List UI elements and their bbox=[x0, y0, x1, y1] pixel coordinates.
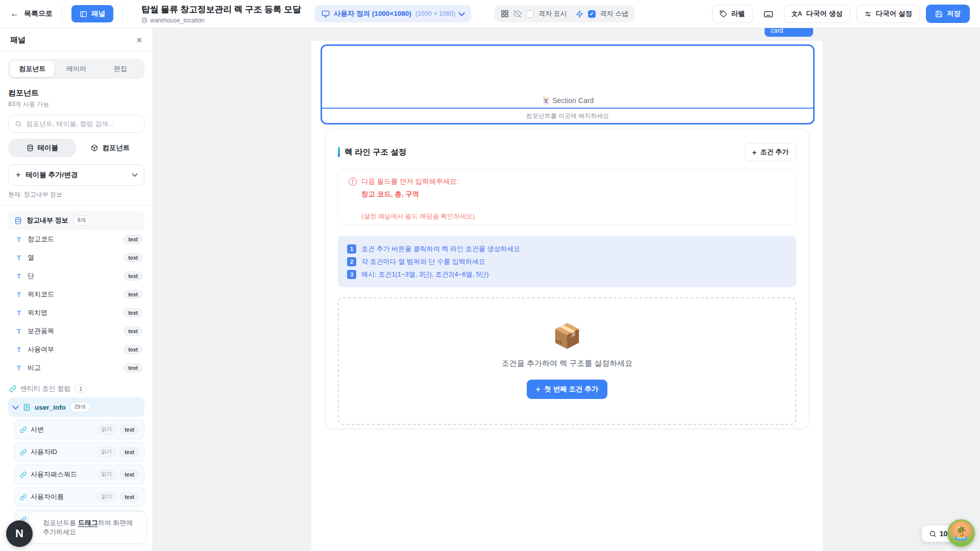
step-text: 각 조건마다 열 범위와 단 수를 입력하세요 bbox=[361, 257, 485, 266]
close-icon[interactable]: ✕ bbox=[136, 36, 142, 45]
field-label: 위치코드 bbox=[28, 290, 118, 299]
field-type-badge: text bbox=[124, 253, 142, 262]
app-logo[interactable]: N bbox=[6, 520, 33, 547]
label-button-text: 라벨 bbox=[731, 9, 745, 18]
field-type-badge: text bbox=[124, 290, 142, 299]
panel-toggle-button[interactable]: 패널 bbox=[71, 5, 113, 22]
list-item[interactable]: T 단 text bbox=[8, 267, 144, 285]
step-number: 2 bbox=[347, 257, 356, 266]
list-item[interactable]: 사번 읽기 text bbox=[14, 420, 144, 439]
list-item[interactable]: T 보관품목 text bbox=[8, 322, 144, 340]
step-item: 3 예시: 조건1(1~3열, 3단), 조건2(4~6열, 5단) bbox=[347, 268, 787, 281]
viewport-size: (1000 × 1080) bbox=[415, 10, 455, 17]
add-condition-label: 조건 추가 bbox=[760, 147, 789, 157]
component-search[interactable] bbox=[8, 115, 144, 133]
back-label: 목록으로 bbox=[24, 9, 53, 18]
add-condition-button[interactable]: + 조건 추가 bbox=[745, 143, 796, 161]
save-button-label: 저장 bbox=[947, 9, 961, 18]
readonly-badge: 읽기 bbox=[97, 492, 116, 502]
i18n-generate-button[interactable]: 文A 다국어 생성 bbox=[784, 5, 850, 23]
i18n-settings-button[interactable]: 다국어 설정 bbox=[856, 5, 920, 23]
sliders-icon bbox=[864, 10, 872, 18]
grid-controls: 격자 표시 ✓ 격자 스냅 bbox=[495, 5, 634, 22]
field-label: 사용자패스워드 bbox=[31, 470, 93, 479]
field-label: 열 bbox=[28, 253, 118, 262]
viewport-size-dropdown[interactable]: 사용자 정의 (1000×1080) (1000 × 1080) bbox=[314, 5, 471, 22]
field-type-badge: text bbox=[120, 447, 139, 457]
text-type-icon: T bbox=[15, 328, 22, 335]
island-widget-button[interactable]: 🏝️ bbox=[947, 519, 975, 547]
text-type-icon: T bbox=[15, 346, 22, 354]
field-type-badge: text bbox=[120, 492, 139, 502]
text-type-icon: T bbox=[15, 291, 22, 298]
table-group-warehouse[interactable]: 창고내부 정보 8개 bbox=[8, 211, 144, 230]
grid-snap-checkbox[interactable]: ✓ bbox=[588, 10, 596, 18]
add-first-condition-label: 첫 번째 조건 추가 bbox=[545, 385, 599, 394]
design-page[interactable]: v2-section-card 🃏 Section Card 컴포넌트를 이곳에… bbox=[311, 41, 823, 551]
selected-section-card[interactable]: v2-section-card 🃏 Section Card 컴포넌트를 이곳에… bbox=[321, 44, 815, 124]
list-item[interactable]: 사용자이름 읽기 text bbox=[14, 487, 144, 507]
list-item[interactable]: T 창고코드 text bbox=[8, 230, 144, 248]
back-to-list-button[interactable]: ← 목록으로 bbox=[10, 9, 53, 19]
components-heading: 컴포넌트 bbox=[8, 88, 144, 98]
box-icon bbox=[91, 144, 98, 152]
add-first-condition-button[interactable]: + 첫 번째 조건 추가 bbox=[527, 380, 608, 399]
step-number: 3 bbox=[347, 270, 356, 279]
field-label: 사번 bbox=[31, 425, 93, 434]
database-icon bbox=[141, 17, 148, 23]
divider bbox=[0, 205, 153, 206]
tab-components[interactable]: 컴포넌트 bbox=[10, 61, 54, 77]
list-item[interactable]: T 사용여부 text bbox=[8, 340, 144, 359]
list-item[interactable]: T 열 text bbox=[8, 248, 144, 267]
list-item[interactable]: T 위치명 text bbox=[8, 304, 144, 322]
tab-edit[interactable]: 편집 bbox=[99, 61, 142, 77]
drag-hint-bold: 드래그 bbox=[78, 519, 98, 527]
filter-components-button[interactable]: 컴포넌트 bbox=[77, 139, 145, 157]
list-item[interactable]: T 위치코드 text bbox=[8, 285, 144, 304]
add-table-dropdown[interactable]: + 테이블 추가/변경 bbox=[8, 164, 144, 186]
list-item[interactable]: T 비고 text bbox=[8, 359, 144, 377]
entity-join-section-header: 엔티티 조인 컬럼 1 bbox=[9, 384, 143, 393]
grid-show-checkbox[interactable] bbox=[526, 10, 534, 18]
alert-icon: ! bbox=[349, 178, 357, 186]
text-type-icon: T bbox=[15, 236, 22, 243]
required-fields-alert: ! 다음 필드를 먼저 입력해주세요: 창고 코드, 층, 구역 (설정 패널에… bbox=[338, 169, 796, 225]
design-canvas[interactable]: v2-section-card 🃏 Section Card 컴포넌트를 이곳에… bbox=[153, 28, 980, 551]
join-table-user-info[interactable]: user_info 29개 bbox=[8, 397, 144, 417]
join-table-name: user_info bbox=[35, 404, 66, 411]
page-title: 탑씰 물류 창고정보관리 렉 구조 등록 모달 bbox=[141, 4, 301, 15]
list-item[interactable]: 사용자패스워드 읽기 text bbox=[14, 465, 144, 484]
section-dropzone[interactable]: 컴포넌트를 이곳에 배치하세요 bbox=[322, 108, 813, 123]
rack-structure-card[interactable]: 렉 라인 구조 설정 + 조건 추가 ! 다음 필드를 먼저 입력해주세요: 창… bbox=[325, 129, 809, 429]
alert-text: 다음 필드를 먼저 입력해주세요: bbox=[361, 177, 459, 186]
island-icon: 🏝️ bbox=[953, 525, 969, 541]
chevron-down-icon bbox=[458, 10, 465, 16]
i18n-settings-label: 다국어 설정 bbox=[876, 9, 912, 18]
tab-layers[interactable]: 레이어 bbox=[54, 61, 98, 77]
divider bbox=[62, 6, 62, 21]
table-group-name: 창고내부 정보 bbox=[27, 216, 68, 225]
database-icon bbox=[14, 217, 22, 224]
link-icon bbox=[20, 449, 27, 456]
filter-tables-label: 테이블 bbox=[38, 143, 59, 153]
search-icon bbox=[15, 120, 22, 128]
join-table-count-badge: 29개 bbox=[70, 402, 90, 412]
entity-join-label: 엔티티 조인 컬럼 bbox=[20, 384, 70, 393]
field-type-badge: text bbox=[124, 271, 142, 281]
list-item[interactable]: 사용자ID 읽기 text bbox=[14, 442, 144, 462]
monitor-icon bbox=[322, 10, 330, 18]
grid-icon bbox=[501, 10, 509, 18]
field-label: 사용여부 bbox=[28, 345, 118, 354]
filter-tables-button[interactable]: 테이블 bbox=[8, 139, 77, 157]
alert-required-fields: 창고 코드, 층, 구역 bbox=[361, 190, 786, 199]
save-button[interactable]: 저장 bbox=[926, 5, 970, 23]
plus-icon: + bbox=[16, 170, 20, 180]
field-type-badge: text bbox=[124, 235, 142, 244]
rack-card-title: 렉 라인 구조 설정 bbox=[345, 147, 406, 158]
label-button[interactable]: 라벨 bbox=[712, 5, 753, 23]
search-input[interactable] bbox=[26, 120, 138, 128]
field-label: 사용자ID bbox=[31, 447, 93, 457]
keyboard-shortcuts-button[interactable] bbox=[759, 5, 778, 23]
step-item: 1 조건 추가 버튼을 클릭하여 렉 라인 조건을 생성하세요 bbox=[347, 242, 787, 255]
step-text: 예시: 조건1(1~3열, 3단), 조건2(4~6열, 5단) bbox=[361, 270, 488, 279]
